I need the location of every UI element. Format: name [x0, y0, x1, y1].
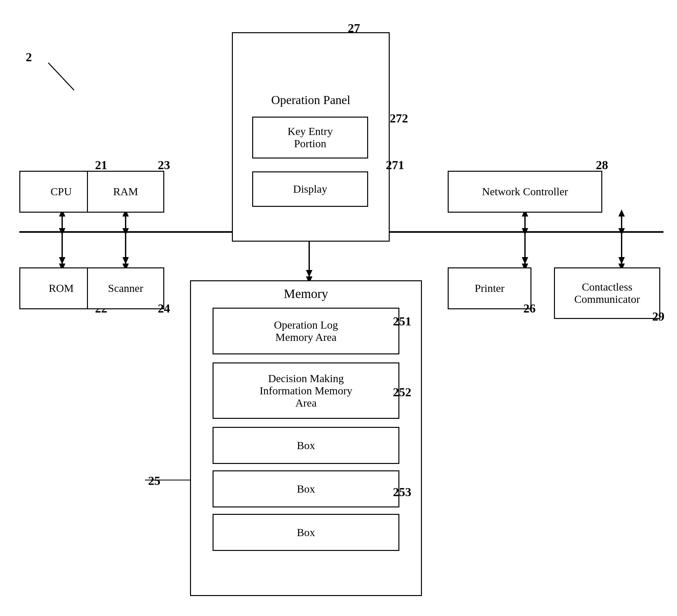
- ref-26: 26: [524, 301, 536, 315]
- svg-marker-5: [59, 257, 65, 264]
- svg-marker-9: [122, 228, 129, 235]
- scanner-box: Scanner: [87, 267, 164, 309]
- scanner-label: Scanner: [108, 282, 143, 295]
- memory-box: Memory Operation Log Memory Area Decisio…: [190, 280, 422, 596]
- svg-marker-11: [122, 257, 129, 264]
- network-label: Network Controller: [482, 186, 568, 198]
- cpu-label: CPU: [51, 186, 72, 198]
- op-panel-label: Operation Panel: [271, 93, 350, 107]
- ram-label: RAM: [113, 186, 138, 198]
- decision-box: Decision Making Information Memory Area: [213, 362, 399, 419]
- ref-27: 27: [348, 21, 360, 35]
- ram-box: RAM: [87, 171, 164, 213]
- svg-marker-27: [618, 228, 625, 235]
- svg-marker-3: [59, 228, 65, 235]
- svg-line-31: [48, 63, 74, 90]
- ref-271: 271: [386, 158, 404, 172]
- memory-label: Memory: [284, 286, 328, 301]
- box2: Box: [213, 470, 399, 508]
- ref-21: 21: [95, 158, 107, 172]
- key-entry-label: Key Entry Portion: [287, 125, 333, 150]
- box1: Box: [213, 427, 399, 464]
- decision-label: Decision Making Information Memory Area: [260, 372, 352, 409]
- contactless-box: Contactless Communicator: [554, 267, 660, 319]
- display-box: Display: [252, 171, 368, 207]
- svg-marker-23: [522, 257, 528, 264]
- svg-marker-14: [306, 270, 312, 277]
- box3: Box: [213, 514, 399, 551]
- svg-marker-26: [618, 209, 625, 217]
- box3-label: Box: [297, 526, 315, 539]
- rom-label: ROM: [49, 282, 74, 295]
- ref-29: 29: [652, 309, 665, 323]
- key-entry-box: Key Entry Portion: [252, 117, 368, 159]
- svg-marker-21: [522, 228, 528, 235]
- ref-28: 28: [596, 158, 608, 172]
- svg-marker-29: [618, 257, 625, 264]
- printer-label: Printer: [475, 282, 505, 295]
- contactless-label: Contactless Communicator: [574, 281, 640, 305]
- ref-272: 272: [390, 111, 408, 125]
- display-label: Display: [293, 183, 327, 195]
- diagram: 2 Operation Panel Key Entry Portion Disp…: [0, 0, 677, 616]
- ref-253: 253: [393, 485, 411, 499]
- ref-24: 24: [158, 301, 170, 315]
- ref-251: 251: [393, 314, 411, 328]
- ref-25: 25: [148, 474, 161, 488]
- op-log-box: Operation Log Memory Area: [213, 308, 399, 354]
- ref-2: 2: [26, 50, 32, 64]
- op-panel-box: Operation Panel Key Entry Portion Displa…: [232, 32, 390, 241]
- ref-252: 252: [393, 385, 411, 399]
- box1-label: Box: [297, 439, 315, 452]
- box2-label: Box: [297, 483, 315, 495]
- network-box: Network Controller: [448, 171, 602, 213]
- op-log-label: Operation Log Memory Area: [274, 319, 338, 344]
- ref-23: 23: [158, 158, 170, 172]
- printer-box: Printer: [448, 267, 531, 309]
